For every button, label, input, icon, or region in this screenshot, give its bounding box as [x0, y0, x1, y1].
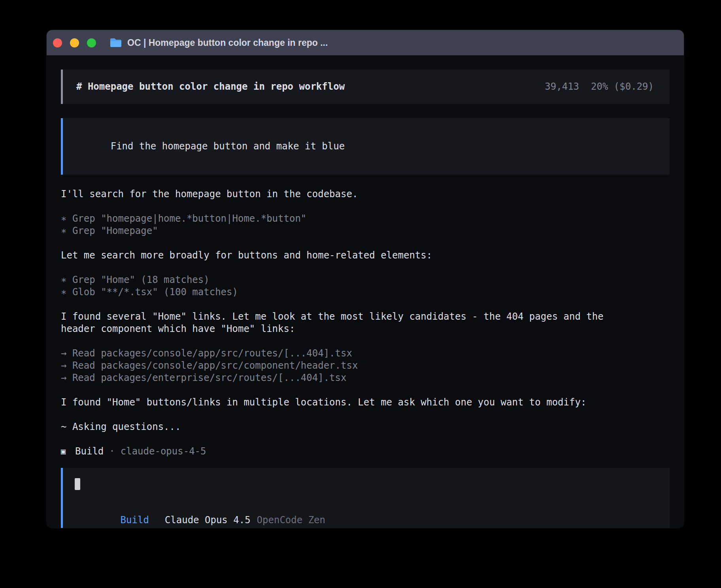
terminal-window: OC | Homepage button color change in rep… [47, 30, 684, 528]
input-model-label: Claude Opus 4.5 [165, 514, 251, 526]
window-title: OC | Homepage button color change in rep… [127, 38, 328, 48]
close-button[interactable] [53, 38, 62, 47]
tool-call-line: → Read packages/console/app/src/routes/[… [61, 347, 670, 360]
traffic-lights [53, 38, 96, 47]
tool-call-line: ∗ Grep "Home" (18 matches) [61, 274, 670, 286]
session-stats: 39,41320% ($0.29) [545, 81, 654, 93]
folder-icon [109, 38, 122, 48]
agent-icon: ▣ [61, 445, 66, 458]
user-message: Find the homepage button and make it blu… [61, 118, 670, 175]
tool-call-line: → Read packages/console/app/src/componen… [61, 360, 670, 372]
assistant-text-line: Let me search more broadly for buttons a… [61, 249, 670, 262]
session-header: # Homepage button color change in repo w… [61, 70, 670, 104]
input-meta: BuildClaude Opus 4.5OpenCode Zen [75, 502, 658, 528]
prompt-input[interactable]: BuildClaude Opus 4.5OpenCode Zen [61, 468, 670, 528]
conversation: I'll search for the homepage button in t… [61, 188, 670, 458]
minimize-button[interactable] [70, 38, 79, 47]
context-usage: 20% ($0.29) [591, 81, 654, 92]
tool-call-line: ∗ Grep "Homepage" [61, 225, 670, 237]
session-title: # Homepage button color change in repo w… [76, 81, 345, 93]
assistant-text-line: I'll search for the homepage button in t… [61, 188, 670, 200]
window-titlebar: OC | Homepage button color change in rep… [47, 30, 684, 55]
input-provider-label: OpenCode Zen [257, 514, 325, 526]
agent-name: Build [75, 445, 104, 458]
agent-separator: · [109, 445, 115, 458]
tool-call-line: → Read packages/enterprise/src/routes/[.… [61, 372, 670, 384]
agent-model: claude-opus-4-5 [121, 445, 206, 458]
tool-call-line: ∗ Glob "**/*.tsx" (100 matches) [61, 286, 670, 298]
tool-call-line: ∗ Grep "homepage|home.*button|Home.*butt… [61, 213, 670, 225]
assistant-status-line: ~ Asking questions... [61, 421, 670, 433]
token-count: 39,413 [545, 81, 579, 92]
user-message-text: Find the homepage button and make it blu… [111, 141, 345, 152]
agent-status-line: ▣ Build · claude-opus-4-5 [61, 445, 670, 458]
assistant-text-line: I found several "Home" links. Let me loo… [61, 311, 614, 335]
input-mode-label: Build [121, 514, 149, 526]
assistant-text-line: I found "Home" buttons/links in multiple… [61, 396, 670, 409]
terminal-body: # Homepage button color change in repo w… [47, 55, 684, 528]
text-cursor [75, 478, 80, 490]
zoom-button[interactable] [87, 38, 96, 47]
